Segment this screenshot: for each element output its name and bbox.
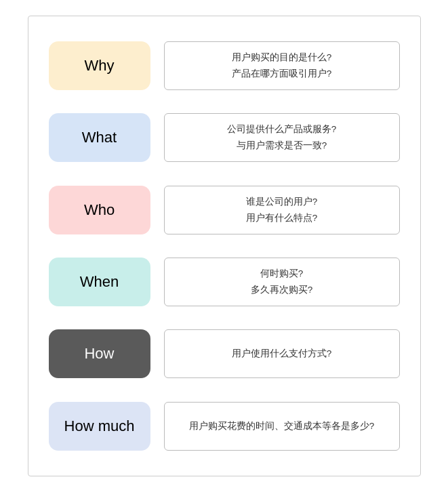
content-howmuch: 用户购买花费的时间、交通成本等各是多少? <box>164 402 400 451</box>
content-who: 谁是公司的用户?用户有什么特点? <box>164 186 400 234</box>
content-text-who: 谁是公司的用户?用户有什么特点? <box>246 194 318 227</box>
content-text-what: 公司提供什么产品或服务?与用户需求是否一致? <box>227 121 337 155</box>
label-howmuch: How much <box>49 402 150 451</box>
row-who: Who谁是公司的用户?用户有什么特点? <box>49 174 400 246</box>
content-text-howmuch: 用户购买花费的时间、交通成本等各是多少? <box>189 418 375 434</box>
row-when: When何时购买?多久再次购买? <box>49 246 400 318</box>
content-text-when: 何时购买?多久再次购买? <box>251 266 313 299</box>
label-what: What <box>49 113 150 162</box>
label-why: Why <box>49 41 150 90</box>
content-why: 用户购买的目的是什么?产品在哪方面吸引用户? <box>164 41 400 90</box>
content-text-why: 用户购买的目的是什么?产品在哪方面吸引用户? <box>232 49 332 83</box>
label-when: When <box>49 258 150 306</box>
row-how: How用户使用什么支付方式? <box>49 318 400 390</box>
row-what: What公司提供什么产品或服务?与用户需求是否一致? <box>49 102 400 173</box>
content-what: 公司提供什么产品或服务?与用户需求是否一致? <box>164 113 400 162</box>
content-text-how: 用户使用什么支付方式? <box>232 346 332 362</box>
row-why: Why用户购买的目的是什么?产品在哪方面吸引用户? <box>49 30 400 102</box>
content-when: 何时购买?多久再次购买? <box>164 258 400 306</box>
content-how: 用户使用什么支付方式? <box>164 329 400 378</box>
main-container: Why用户购买的目的是什么?产品在哪方面吸引用户?What公司提供什么产品或服务… <box>28 16 421 476</box>
label-how: How <box>49 329 150 378</box>
row-howmuch: How much用户购买花费的时间、交通成本等各是多少? <box>49 390 400 462</box>
label-who: Who <box>49 186 150 234</box>
